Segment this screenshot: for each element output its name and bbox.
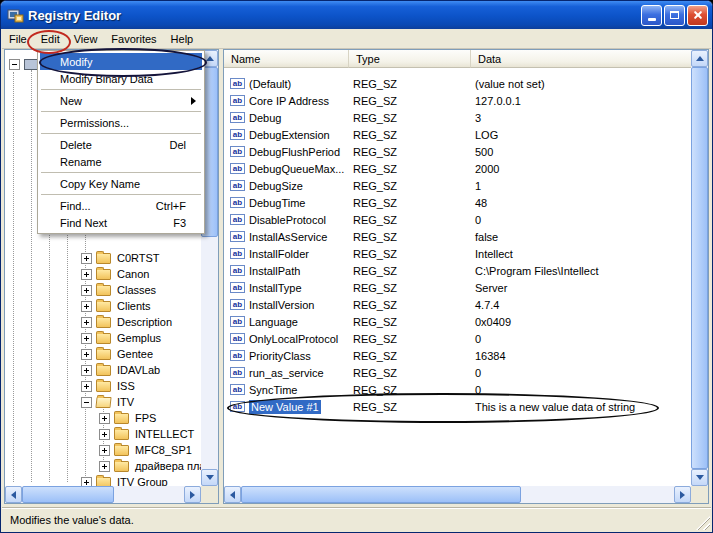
title-bar[interactable]: Registry Editor	[1, 1, 712, 29]
list-row-debugtime[interactable]: abDebugTimeREG_SZ48	[224, 194, 691, 211]
list-row-run-as-service[interactable]: abrun_as_serviceREG_SZ0	[224, 364, 691, 381]
list-row-synctime[interactable]: abSyncTimeREG_SZ0	[224, 381, 691, 398]
edit-menu-item-delete[interactable]: DeleteDel	[40, 136, 202, 153]
tree-item-intellect[interactable]: INTELLECT	[5, 426, 201, 442]
scroll-left-button[interactable]	[224, 486, 241, 503]
menu-file[interactable]: File	[2, 31, 34, 47]
tree-item-fps[interactable]: FPS	[5, 410, 201, 426]
expand-icon[interactable]	[99, 461, 110, 472]
list-row-debugsize[interactable]: abDebugSizeREG_SZ1	[224, 177, 691, 194]
expand-icon[interactable]	[81, 349, 92, 360]
tree-item-description[interactable]: Description	[5, 314, 201, 330]
tree-item-clients[interactable]: Clients	[5, 298, 201, 314]
list-row-debugextension[interactable]: abDebugExtensionREG_SZLOG	[224, 126, 691, 143]
scrollbar-thumb[interactable]	[22, 486, 114, 503]
scroll-up-button[interactable]	[691, 50, 708, 67]
value-data-cell: Intellect	[471, 248, 691, 260]
list-row-language[interactable]: abLanguageREG_SZ0x0409	[224, 313, 691, 330]
list-row-debug[interactable]: abDebugREG_SZ3	[224, 109, 691, 126]
list-row-disableprotocol[interactable]: abDisableProtocolREG_SZ0	[224, 211, 691, 228]
column-header-data[interactable]: Data	[471, 50, 691, 68]
menu-edit[interactable]: Edit	[34, 31, 67, 47]
string-value-icon: ab	[230, 95, 245, 106]
collapse-icon[interactable]	[9, 59, 20, 70]
scroll-right-button[interactable]	[674, 486, 691, 503]
list-row-installversion[interactable]: abInstallVersionREG_SZ4.7.4	[224, 296, 691, 313]
scroll-right-button[interactable]	[184, 486, 201, 503]
tree-item-canon[interactable]: Canon	[5, 266, 201, 282]
tree-item-mfc8-sp1[interactable]: MFC8_SP1	[5, 442, 201, 458]
list-row-core-ip-address[interactable]: abCore IP AddressREG_SZ127.0.0.1	[224, 92, 691, 109]
tree-item-драйвера-плат[interactable]: драйвера плат	[5, 458, 201, 474]
list-row-debugflushperiod[interactable]: abDebugFlushPeriodREG_SZ500	[224, 143, 691, 160]
menu-help[interactable]: Help	[164, 31, 201, 47]
expand-icon[interactable]	[81, 269, 92, 280]
menu-view[interactable]: View	[67, 31, 105, 47]
expand-icon[interactable]	[81, 333, 92, 344]
column-header-name[interactable]: Name	[224, 50, 349, 68]
list-row-installasservice[interactable]: abInstallAsServiceREG_SZfalse	[224, 228, 691, 245]
expand-icon[interactable]	[81, 285, 92, 296]
column-header-type[interactable]: Type	[349, 50, 471, 68]
tree-horizontal-scrollbar[interactable]	[5, 486, 201, 503]
expand-icon[interactable]	[81, 381, 92, 392]
value-data-cell: 0	[471, 333, 691, 345]
edit-menu-item-copy-key-name[interactable]: Copy Key Name	[40, 175, 202, 192]
folder-icon	[114, 413, 129, 424]
edit-menu-item-permissions[interactable]: Permissions...	[40, 114, 202, 131]
tree-item-gentee[interactable]: Gentee	[5, 346, 201, 362]
tree-item-iss[interactable]: ISS	[5, 378, 201, 394]
list-row-priorityclass[interactable]: abPriorityClassREG_SZ16384	[224, 347, 691, 364]
expand-icon[interactable]	[81, 317, 92, 328]
expand-icon[interactable]	[99, 445, 110, 456]
expand-icon[interactable]	[81, 477, 92, 487]
value-type-cell: REG_SZ	[349, 316, 471, 328]
tree-item-itv-group[interactable]: ITV Group	[5, 474, 201, 486]
tree-item-itv[interactable]: ITV	[5, 394, 201, 410]
tree-item-idavlab[interactable]: IDAVLab	[5, 362, 201, 378]
scroll-down-button[interactable]	[691, 469, 708, 486]
close-button[interactable]	[687, 5, 708, 26]
list-row-installtype[interactable]: abInstallTypeREG_SZServer	[224, 279, 691, 296]
status-bar: Modifies the value's data.	[2, 507, 711, 531]
edit-menu-item-modify[interactable]: Modify	[40, 53, 202, 70]
tree-item-gemplus[interactable]: Gemplus	[5, 330, 201, 346]
menu-favorites[interactable]: Favorites	[104, 31, 163, 47]
scroll-down-button[interactable]	[201, 469, 218, 486]
string-value-icon: ab	[230, 180, 245, 191]
arrow-left-icon	[11, 491, 16, 499]
resize-grip-icon[interactable]	[696, 516, 710, 530]
expand-icon[interactable]	[81, 365, 92, 376]
tree-item-c0rtst[interactable]: C0RTST	[5, 250, 201, 266]
expand-icon[interactable]	[81, 253, 92, 264]
value-name-cell: abDebugQueueMax...	[224, 163, 349, 175]
edit-menu-item-find[interactable]: Find...Ctrl+F	[40, 197, 202, 214]
list-vertical-scrollbar[interactable]	[691, 50, 708, 486]
edit-menu-item-rename[interactable]: Rename	[40, 153, 202, 170]
edit-menu-item-new[interactable]: New	[40, 92, 202, 109]
maximize-button[interactable]	[664, 5, 685, 26]
list-row-installpath[interactable]: abInstallPathREG_SZC:\Program Files\Inte…	[224, 262, 691, 279]
collapse-icon[interactable]	[81, 397, 92, 408]
value-name: DebugExtension	[249, 129, 330, 141]
list-row-debugqueuemax[interactable]: abDebugQueueMax...REG_SZ2000	[224, 160, 691, 177]
minimize-button[interactable]	[641, 5, 662, 26]
expand-icon[interactable]	[99, 429, 110, 440]
tree-item-classes[interactable]: Classes	[5, 282, 201, 298]
value-type-cell: REG_SZ	[349, 214, 471, 226]
edit-menu-item-modify-binary-data[interactable]: Modify Binary Data	[40, 70, 202, 87]
expand-icon[interactable]	[99, 413, 110, 424]
list-row-new-value-1[interactable]: abNew Value #1REG_SZThis is a new value …	[224, 398, 691, 415]
folder-icon	[96, 269, 111, 280]
scrollbar-thumb[interactable]	[241, 486, 521, 503]
scrollbar-thumb[interactable]	[691, 67, 708, 469]
list-row-default[interactable]: ab(Default)REG_SZ(value not set)	[224, 75, 691, 92]
list-horizontal-scrollbar[interactable]	[224, 486, 691, 503]
value-name-cell: ab(Default)	[224, 78, 349, 90]
edit-menu-item-find-next[interactable]: Find NextF3	[40, 214, 202, 231]
scroll-left-button[interactable]	[5, 486, 22, 503]
menu-item-shortcut: Ctrl+F	[156, 200, 186, 212]
expand-icon[interactable]	[81, 301, 92, 312]
list-row-onlylocalprotocol[interactable]: abOnlyLocalProtocolREG_SZ0	[224, 330, 691, 347]
list-row-installfolder[interactable]: abInstallFolderREG_SZIntellect	[224, 245, 691, 262]
